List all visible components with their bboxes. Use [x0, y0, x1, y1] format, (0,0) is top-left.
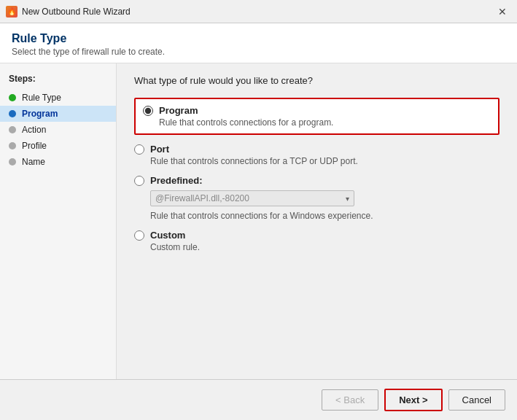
radio-port[interactable]	[134, 144, 144, 155]
desc-program: Rule that controls connections for a pro…	[159, 117, 491, 128]
sidebar-steps-label: Steps:	[0, 71, 116, 90]
option-program-row: Program	[143, 105, 491, 116]
sidebar-label-action: Action	[22, 125, 46, 135]
sidebar-item-action[interactable]: Action	[0, 122, 116, 138]
option-predefined-row: Predefined:	[134, 175, 499, 186]
title-bar-title: New Outbound Rule Wizard	[22, 7, 131, 17]
option-port: Port Rule that controls connections for …	[134, 144, 499, 166]
close-button[interactable]: ✕	[494, 4, 511, 19]
predefined-dropdown[interactable]: @FirewallAPI.dll,-80200 ▾	[150, 190, 354, 206]
next-button[interactable]: Next >	[384, 389, 442, 411]
cancel-button[interactable]: Cancel	[448, 389, 505, 411]
sidebar-dot-program	[9, 110, 16, 117]
title-bar-left: 🔥 New Outbound Rule Wizard	[6, 6, 131, 18]
app-icon: 🔥	[6, 6, 18, 18]
predefined-dropdown-value: @FirewallAPI.dll,-80200	[155, 193, 249, 203]
option-custom: Custom Custom rule.	[134, 230, 499, 252]
sidebar-item-rule-type[interactable]: Rule Type	[0, 90, 116, 106]
sidebar-dot-profile	[9, 142, 16, 149]
desc-custom: Custom rule.	[150, 242, 499, 252]
option-custom-row: Custom	[134, 230, 499, 241]
label-predefined: Predefined:	[150, 175, 203, 186]
sidebar: Steps: Rule Type Program Action Profile …	[0, 63, 117, 379]
footer: < Back Next > Cancel	[0, 379, 517, 420]
sidebar-dot-rule-type	[9, 94, 16, 101]
body-area: Steps: Rule Type Program Action Profile …	[0, 63, 517, 379]
option-program: Program Rule that controls connections f…	[134, 98, 499, 135]
radio-program[interactable]	[143, 106, 153, 116]
chevron-down-icon: ▾	[346, 195, 349, 203]
sidebar-label-rule-type: Rule Type	[22, 93, 61, 103]
label-port: Port	[150, 144, 169, 155]
sidebar-item-profile[interactable]: Profile	[0, 138, 116, 154]
main-container: Rule Type Select the type of firewall ru…	[0, 23, 517, 420]
radio-custom[interactable]	[134, 230, 144, 241]
sidebar-item-name[interactable]: Name	[0, 154, 116, 170]
desc-predefined: Rule that controls connections for a Win…	[150, 211, 499, 221]
header: Rule Type Select the type of firewall ru…	[0, 23, 517, 63]
content-area: What type of rule would you like to crea…	[117, 63, 517, 379]
desc-port: Rule that controls connections for a TCP…	[150, 156, 499, 166]
radio-group: Program Rule that controls connections f…	[134, 98, 499, 252]
option-port-row: Port	[134, 144, 499, 155]
page-subtitle: Select the type of firewall rule to crea…	[12, 47, 505, 57]
sidebar-label-program: Program	[22, 109, 58, 119]
radio-predefined[interactable]	[134, 176, 144, 186]
page-title: Rule Type	[12, 32, 505, 45]
title-bar: 🔥 New Outbound Rule Wizard ✕	[0, 0, 517, 23]
label-custom: Custom	[150, 230, 185, 241]
sidebar-label-name: Name	[22, 157, 45, 167]
sidebar-item-program[interactable]: Program	[0, 106, 116, 122]
sidebar-label-profile: Profile	[22, 141, 47, 151]
sidebar-dot-action	[9, 126, 16, 133]
sidebar-dot-name	[9, 158, 16, 166]
option-predefined: Predefined: @FirewallAPI.dll,-80200 ▾ Ru…	[134, 175, 499, 221]
label-program: Program	[159, 105, 198, 116]
app-icon-symbol: 🔥	[7, 7, 16, 15]
back-button[interactable]: < Back	[322, 389, 378, 411]
content-question: What type of rule would you like to crea…	[134, 75, 499, 86]
